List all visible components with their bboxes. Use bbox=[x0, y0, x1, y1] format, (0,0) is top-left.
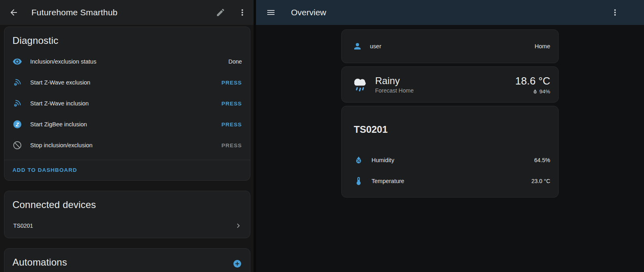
row-label: Temperature bbox=[372, 178, 523, 184]
z-wave-icon: Z bbox=[12, 78, 22, 87]
card-actions: ADD TO DASHBOARD bbox=[4, 160, 250, 180]
sensor-card: TS0201 Humidity 64.5% Temperature 23.0 °… bbox=[341, 106, 559, 198]
row-label: Humidity bbox=[372, 157, 526, 163]
weather-condition: Rainy bbox=[375, 75, 510, 87]
page-title: Futurehome Smarthub bbox=[31, 8, 216, 17]
eye-icon bbox=[12, 57, 22, 66]
row-label: Start ZigBee inclusion bbox=[30, 121, 213, 128]
weather-humidity: 94% bbox=[515, 89, 550, 95]
plus-circle-icon bbox=[233, 259, 242, 268]
weather-humidity-value: 94% bbox=[539, 89, 550, 95]
left-app-bar: Futurehome Smarthub bbox=[0, 0, 254, 25]
row-start-zigbee-inclusion: Z Start ZigBee inclusion PRESS bbox=[4, 114, 250, 135]
add-automation-button[interactable] bbox=[233, 259, 242, 268]
device-list-item[interactable]: TS0201 bbox=[4, 215, 250, 236]
automations-header: Automations bbox=[4, 249, 250, 272]
press-button[interactable]: PRESS bbox=[221, 101, 242, 107]
person-card[interactable]: user Home bbox=[341, 29, 559, 63]
back-button[interactable] bbox=[9, 8, 19, 17]
edit-button[interactable] bbox=[216, 8, 225, 17]
weather-card[interactable]: Rainy Forecast Home 18.6 °C 94% bbox=[341, 66, 559, 103]
water-percent-icon bbox=[354, 155, 363, 165]
weather-text: Rainy Forecast Home bbox=[375, 75, 510, 94]
svg-text:Z: Z bbox=[15, 104, 16, 106]
person-icon bbox=[353, 41, 362, 51]
humidity-row[interactable]: Humidity 64.5% bbox=[342, 150, 558, 171]
pencil-icon bbox=[216, 8, 225, 17]
row-label: Start Z-Wave exclusion bbox=[30, 79, 213, 86]
press-button[interactable]: PRESS bbox=[221, 122, 242, 128]
svg-text:Z: Z bbox=[15, 83, 16, 85]
diagnostic-card-title: Diagnostic bbox=[4, 27, 250, 51]
overview-content: user Home bbox=[256, 25, 644, 272]
row-inclusion-exclusion-status: Inclusion/exclusion status Done bbox=[4, 51, 250, 72]
dots-vertical-icon bbox=[237, 8, 247, 17]
weather-readings: 18.6 °C 94% bbox=[515, 75, 550, 95]
press-button-disabled: PRESS bbox=[221, 142, 242, 148]
row-start-zwave-exclusion: Z Start Z-Wave exclusion PRESS bbox=[4, 72, 250, 93]
device-settings-panel: Futurehome Smarthub Diagnostic Inclusion… bbox=[0, 0, 254, 272]
connected-devices-card: Connected devices TS0201 bbox=[4, 191, 250, 238]
row-label: Inclusion/exclusion status bbox=[30, 58, 221, 65]
automations-title: Automations bbox=[12, 257, 67, 268]
left-scroll-area: Diagnostic Inclusion/exclusion status Do… bbox=[0, 25, 254, 272]
chevron-right-icon bbox=[234, 221, 243, 230]
temperature-value: 23.0 °C bbox=[531, 178, 550, 184]
zigbee-icon: Z bbox=[12, 120, 22, 129]
person-state: Home bbox=[535, 43, 550, 49]
overview-title: Overview bbox=[291, 8, 610, 17]
person-name: user bbox=[370, 43, 527, 49]
water-percent-icon bbox=[532, 89, 538, 95]
diagnostic-card: Diagnostic Inclusion/exclusion status Do… bbox=[4, 27, 250, 181]
row-start-zwave-inclusion: Z Start Z-Wave inclusion PRESS bbox=[4, 93, 250, 114]
hamburger-menu-icon bbox=[266, 8, 276, 17]
left-overflow-menu-button[interactable] bbox=[237, 8, 247, 17]
automations-card: Automations bbox=[4, 248, 250, 272]
temperature-row[interactable]: Temperature 23.0 °C bbox=[342, 171, 558, 192]
humidity-value: 64.5% bbox=[534, 157, 550, 163]
status-value: Done bbox=[229, 58, 242, 65]
arrow-left-icon bbox=[9, 8, 19, 17]
weather-temperature: 18.6 °C bbox=[515, 75, 550, 87]
row-label: Stop inclusion/exclusion bbox=[30, 142, 213, 148]
row-stop-inclusion-exclusion: Stop inclusion/exclusion PRESS bbox=[4, 135, 250, 156]
weather-subtitle: Forecast Home bbox=[375, 87, 510, 94]
thermometer-icon bbox=[354, 176, 363, 186]
overview-panel: Overview user Home bbox=[256, 0, 644, 272]
add-to-dashboard-button[interactable]: ADD TO DASHBOARD bbox=[12, 167, 77, 173]
device-name: TS0201 bbox=[13, 223, 234, 229]
dots-vertical-icon bbox=[610, 8, 620, 17]
weather-rainy-icon bbox=[351, 75, 369, 94]
connected-devices-title: Connected devices bbox=[4, 191, 250, 215]
right-overflow-menu-button[interactable] bbox=[610, 8, 620, 17]
z-wave-icon: Z bbox=[12, 99, 22, 108]
press-button[interactable]: PRESS bbox=[221, 80, 242, 86]
cancel-icon bbox=[12, 140, 22, 150]
right-app-bar: Overview bbox=[256, 0, 644, 25]
sidebar-menu-button[interactable] bbox=[266, 8, 276, 17]
row-label: Start Z-Wave inclusion bbox=[30, 100, 213, 107]
svg-text:Z: Z bbox=[15, 122, 19, 128]
sensor-card-title: TS0201 bbox=[342, 124, 558, 142]
